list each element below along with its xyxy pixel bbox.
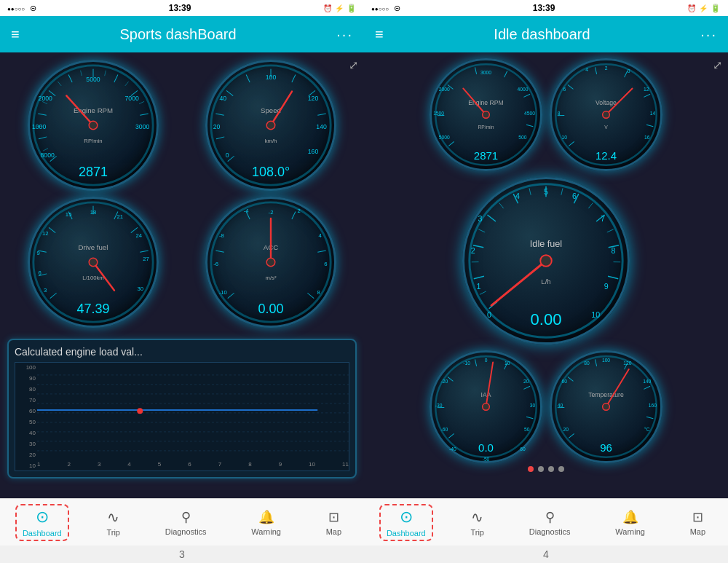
svg-line-208 [644, 386, 650, 389]
svg-text:8: 8 [558, 111, 561, 116]
svg-point-178 [540, 255, 552, 267]
svg-line-158 [499, 203, 504, 209]
right-main-content: ⤢ [364, 52, 728, 498]
svg-text:-10: -10 [463, 361, 470, 366]
bt-icon-right: ⚡ [699, 4, 708, 12]
chart-y-labels: 100 90 80 70 60 50 40 30 20 10 [15, 363, 37, 471]
svg-text:27: 27 [143, 256, 149, 262]
right-header-title: Idle dashboard [494, 26, 590, 43]
y-label-50: 50 [15, 419, 37, 425]
svg-text:20: 20 [213, 123, 221, 130]
svg-line-53 [49, 227, 55, 232]
voltage-gauge: 6 8 10 4 2 0 12 14 16 Voltage V [550, 58, 662, 171]
svg-line-148 [487, 215, 496, 221]
svg-text:-50: -50 [483, 457, 490, 461]
dot-indicators [370, 463, 722, 475]
diagnostics-icon-right: ⚲ [545, 509, 555, 525]
trip-label-right: Trip [470, 528, 484, 537]
right-nav-map[interactable]: ⊡ Map [683, 505, 713, 540]
left-nav-diagnostics[interactable]: ⚲ Diagnostics [158, 505, 214, 540]
battery-icon-left: 🔋 [347, 4, 357, 13]
svg-text:8: 8 [612, 246, 616, 255]
right-nav-dashboard[interactable]: ⊙ Dashboard [379, 504, 433, 541]
svg-point-143 [603, 111, 610, 119]
y-label-60: 60 [15, 408, 37, 414]
right-menu-icon[interactable]: ≡ [375, 26, 384, 43]
svg-line-13 [58, 82, 61, 86]
svg-line-111 [526, 125, 533, 126]
svg-text:160: 160 [649, 403, 657, 408]
svg-point-103 [137, 408, 143, 414]
svg-text:100: 100 [266, 74, 277, 81]
acc-gauge: -8 -6 -10 -2 -4 2 4 6 8 ACC m/s² [205, 197, 336, 328]
x-label-2: 2 [67, 461, 70, 468]
svg-text:3000: 3000 [480, 70, 491, 75]
svg-text:6: 6 [38, 269, 41, 276]
svg-line-7 [114, 74, 118, 82]
warning-icon-left: 🔔 [258, 509, 274, 525]
svg-text:100: 100 [602, 358, 610, 363]
drive-fuel-gauge: 12 9 6 3 15 18 21 24 27 30 Drive fuel L/… [28, 197, 159, 328]
svg-text:-8: -8 [219, 232, 224, 239]
map-icon-left: ⊡ [328, 509, 339, 525]
left-expand-icon[interactable]: ⤢ [349, 58, 358, 72]
svg-text:120: 120 [623, 361, 631, 366]
chart-svg [37, 363, 349, 457]
y-label-90: 90 [15, 375, 37, 382]
left-gauges-grid: 2000 1000 8000 5000 7000 3000 Engine RPM… [0, 52, 364, 335]
engine-rpm-gauge: 2000 1000 8000 5000 7000 3000 Engine RPM… [28, 60, 159, 191]
acc-value: 0.00 [258, 302, 283, 317]
temperature-value: 96 [600, 441, 612, 454]
svg-text:4000: 4000 [517, 87, 528, 92]
drive-fuel-value: 47.39 [76, 302, 109, 317]
svg-text:-40: -40 [449, 446, 456, 452]
svg-text:RP/min: RP/min [478, 125, 494, 130]
speed-value: 108.0° [252, 165, 290, 180]
right-page-number: 4 [364, 546, 728, 563]
svg-text:0: 0 [487, 310, 491, 319]
svg-line-130 [646, 125, 653, 126]
svg-text:1: 1 [477, 282, 481, 291]
right-expand-icon[interactable]: ⤢ [713, 58, 722, 72]
svg-text:2: 2 [471, 246, 475, 255]
idle-dashboard-panel: ●●○○○ ⊝ 13:39 ⏰ ⚡ 🔋 ≡ Idle dashboard ···… [364, 0, 728, 563]
svg-line-32 [226, 90, 233, 95]
svg-line-50 [50, 293, 57, 298]
left-nav-map[interactable]: ⊡ Map [319, 505, 349, 540]
right-nav-trip[interactable]: ∿ Trip [463, 505, 491, 540]
left-more-icon[interactable]: ··· [336, 26, 353, 43]
svg-text:1000: 1000 [32, 123, 46, 130]
right-more-icon[interactable]: ··· [700, 26, 717, 43]
svg-text:-60: -60 [440, 427, 448, 432]
svg-text:L/h: L/h [541, 277, 551, 286]
acc-container: -8 -6 -10 -2 -4 2 4 6 8 ACC m/s² [185, 197, 357, 328]
x-label-4: 4 [127, 461, 130, 468]
svg-text:4: 4 [319, 232, 323, 239]
svg-text:2000: 2000 [39, 95, 52, 102]
dashboard-label-right: Dashboard [387, 529, 426, 538]
svg-text:8: 8 [317, 289, 320, 296]
svg-point-201 [483, 403, 490, 411]
svg-line-15 [105, 71, 106, 76]
temperature-gauge: 60 40 20 80 100 120 140 160 °C Temperatu… [550, 350, 662, 463]
svg-text:V: V [604, 125, 608, 130]
left-menu-icon[interactable]: ≡ [11, 26, 20, 43]
svg-text:Temperature: Temperature [588, 391, 624, 398]
x-label-6: 6 [188, 461, 191, 468]
svg-point-122 [483, 111, 490, 119]
dot-ind-4 [558, 466, 564, 472]
speed-container: 40 20 0 100 120 140 160 Speed km/h 108.0… [185, 60, 357, 191]
svg-point-92 [266, 258, 275, 267]
left-nav-dashboard[interactable]: ⊙ Dashboard [15, 504, 69, 541]
svg-line-200 [486, 362, 494, 406]
y-label-10: 10 [15, 462, 37, 469]
left-nav-warning[interactable]: 🔔 Warning [244, 505, 288, 540]
svg-point-221 [603, 403, 610, 411]
svg-text:6: 6 [572, 192, 577, 200]
svg-text:Drive fuel: Drive fuel [79, 243, 108, 251]
right-nav-warning[interactable]: 🔔 Warning [608, 505, 652, 540]
right-nav-diagnostics[interactable]: ⚲ Diagnostics [522, 505, 578, 540]
idle-top-row: 2000 1500 5000 3000 4000 4500 500 Engine… [370, 58, 722, 171]
svg-text:14: 14 [650, 111, 656, 116]
left-nav-trip[interactable]: ∿ Trip [99, 505, 127, 540]
